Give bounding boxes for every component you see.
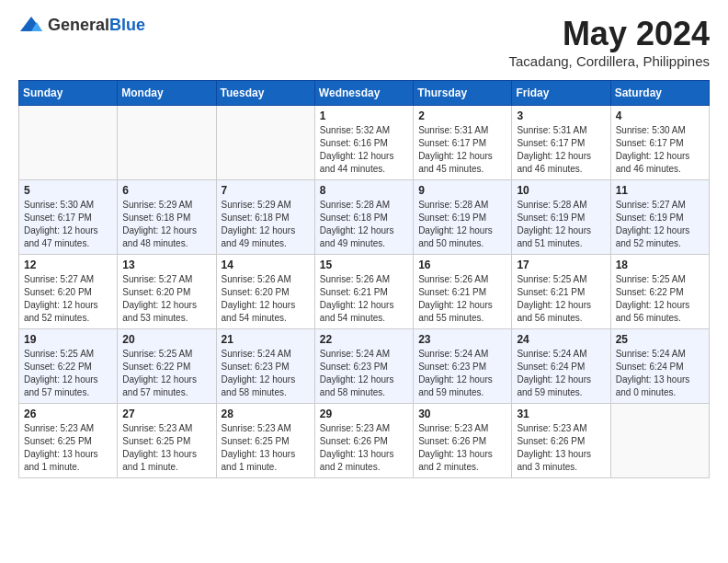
calendar-cell: 30Sunrise: 5:23 AM Sunset: 6:26 PM Dayli… (414, 404, 512, 478)
day-number: 2 (418, 109, 506, 122)
cell-content: Sunrise: 5:27 AM Sunset: 6:20 PM Dayligh… (122, 273, 210, 325)
day-number: 6 (122, 184, 210, 197)
calendar-cell: 3Sunrise: 5:31 AM Sunset: 6:17 PM Daylig… (512, 106, 610, 180)
week-row-5: 26Sunrise: 5:23 AM Sunset: 6:25 PM Dayli… (19, 404, 710, 478)
calendar-table: SundayMondayTuesdayWednesdayThursdayFrid… (18, 80, 710, 478)
calendar-cell: 26Sunrise: 5:23 AM Sunset: 6:25 PM Dayli… (19, 404, 118, 478)
day-number: 30 (418, 408, 506, 420)
calendar-cell: 8Sunrise: 5:28 AM Sunset: 6:18 PM Daylig… (314, 180, 413, 255)
calendar-cell (216, 106, 314, 180)
calendar-cell: 17Sunrise: 5:25 AM Sunset: 6:21 PM Dayli… (512, 255, 610, 329)
day-header-tuesday: Tuesday (216, 81, 314, 106)
day-number: 31 (517, 408, 605, 420)
day-number: 1 (320, 109, 408, 122)
calendar-cell: 23Sunrise: 5:24 AM Sunset: 6:23 PM Dayli… (414, 329, 512, 404)
day-number: 24 (517, 333, 605, 346)
day-header-wednesday: Wednesday (314, 81, 413, 106)
cell-content: Sunrise: 5:29 AM Sunset: 6:18 PM Dayligh… (122, 199, 210, 250)
day-number: 4 (616, 109, 704, 122)
calendar-cell: 10Sunrise: 5:28 AM Sunset: 6:19 PM Dayli… (512, 180, 610, 255)
calendar-cell: 22Sunrise: 5:24 AM Sunset: 6:23 PM Dayli… (314, 329, 413, 404)
calendar-cell: 14Sunrise: 5:26 AM Sunset: 6:20 PM Dayli… (216, 255, 314, 329)
cell-content: Sunrise: 5:27 AM Sunset: 6:20 PM Dayligh… (24, 273, 112, 325)
cell-content: Sunrise: 5:23 AM Sunset: 6:25 PM Dayligh… (122, 422, 210, 474)
week-row-1: 1Sunrise: 5:32 AM Sunset: 6:16 PM Daylig… (19, 106, 710, 180)
calendar-cell: 11Sunrise: 5:27 AM Sunset: 6:19 PM Dayli… (610, 180, 709, 255)
cell-content: Sunrise: 5:23 AM Sunset: 6:26 PM Dayligh… (517, 422, 605, 474)
cell-content: Sunrise: 5:24 AM Sunset: 6:24 PM Dayligh… (616, 348, 704, 399)
day-number: 25 (616, 333, 704, 346)
day-number: 9 (418, 184, 506, 197)
calendar-cell: 13Sunrise: 5:27 AM Sunset: 6:20 PM Dayli… (118, 255, 216, 329)
cell-content: Sunrise: 5:24 AM Sunset: 6:23 PM Dayligh… (418, 348, 506, 399)
cell-content: Sunrise: 5:31 AM Sunset: 6:17 PM Dayligh… (418, 124, 506, 176)
day-header-friday: Friday (512, 81, 610, 106)
calendar-cell: 15Sunrise: 5:26 AM Sunset: 6:21 PM Dayli… (314, 255, 413, 329)
day-number: 16 (418, 259, 506, 271)
day-header-monday: Monday (118, 81, 216, 106)
cell-content: Sunrise: 5:32 AM Sunset: 6:16 PM Dayligh… (320, 124, 408, 176)
calendar-cell: 5Sunrise: 5:30 AM Sunset: 6:17 PM Daylig… (19, 180, 118, 255)
cell-content: Sunrise: 5:30 AM Sunset: 6:17 PM Dayligh… (24, 199, 112, 250)
day-number: 10 (517, 184, 605, 197)
cell-content: Sunrise: 5:23 AM Sunset: 6:26 PM Dayligh… (320, 422, 408, 474)
week-row-4: 19Sunrise: 5:25 AM Sunset: 6:22 PM Dayli… (19, 329, 710, 404)
calendar-cell (610, 404, 709, 478)
calendar-cell: 24Sunrise: 5:24 AM Sunset: 6:24 PM Dayli… (512, 329, 610, 404)
main-title: May 2024 (509, 15, 710, 53)
day-number: 23 (418, 333, 506, 346)
logo: GeneralBlue (18, 15, 145, 35)
day-number: 20 (122, 333, 210, 346)
calendar-cell: 12Sunrise: 5:27 AM Sunset: 6:20 PM Dayli… (19, 255, 118, 329)
cell-content: Sunrise: 5:27 AM Sunset: 6:19 PM Dayligh… (616, 199, 704, 250)
logo-icon (18, 15, 44, 35)
cell-content: Sunrise: 5:26 AM Sunset: 6:21 PM Dayligh… (418, 273, 506, 325)
calendar-cell (118, 106, 216, 180)
cell-content: Sunrise: 5:28 AM Sunset: 6:19 PM Dayligh… (418, 199, 506, 250)
calendar-cell: 27Sunrise: 5:23 AM Sunset: 6:25 PM Dayli… (118, 404, 216, 478)
cell-content: Sunrise: 5:24 AM Sunset: 6:24 PM Dayligh… (517, 348, 605, 399)
title-block: May 2024 Tacadang, Cordillera, Philippin… (509, 15, 710, 69)
day-number: 5 (24, 184, 112, 197)
calendar-cell: 6Sunrise: 5:29 AM Sunset: 6:18 PM Daylig… (118, 180, 216, 255)
cell-content: Sunrise: 5:25 AM Sunset: 6:22 PM Dayligh… (24, 348, 112, 399)
day-number: 19 (24, 333, 112, 346)
calendar-cell: 31Sunrise: 5:23 AM Sunset: 6:26 PM Dayli… (512, 404, 610, 478)
cell-content: Sunrise: 5:30 AM Sunset: 6:17 PM Dayligh… (616, 124, 704, 176)
calendar-cell: 1Sunrise: 5:32 AM Sunset: 6:16 PM Daylig… (314, 106, 413, 180)
calendar-cell: 25Sunrise: 5:24 AM Sunset: 6:24 PM Dayli… (610, 329, 709, 404)
calendar-cell: 21Sunrise: 5:24 AM Sunset: 6:23 PM Dayli… (216, 329, 314, 404)
cell-content: Sunrise: 5:26 AM Sunset: 6:21 PM Dayligh… (320, 273, 408, 325)
day-number: 26 (24, 408, 112, 420)
day-number: 18 (616, 259, 704, 271)
calendar-cell: 18Sunrise: 5:25 AM Sunset: 6:22 PM Dayli… (610, 255, 709, 329)
cell-content: Sunrise: 5:28 AM Sunset: 6:19 PM Dayligh… (517, 199, 605, 250)
calendar-cell (19, 106, 118, 180)
week-row-2: 5Sunrise: 5:30 AM Sunset: 6:17 PM Daylig… (19, 180, 710, 255)
cell-content: Sunrise: 5:25 AM Sunset: 6:22 PM Dayligh… (122, 348, 210, 399)
day-number: 29 (320, 408, 408, 420)
day-number: 22 (320, 333, 408, 346)
day-header-saturday: Saturday (610, 81, 709, 106)
day-number: 15 (320, 259, 408, 271)
cell-content: Sunrise: 5:25 AM Sunset: 6:21 PM Dayligh… (517, 273, 605, 325)
cell-content: Sunrise: 5:28 AM Sunset: 6:18 PM Dayligh… (320, 199, 408, 250)
cell-content: Sunrise: 5:29 AM Sunset: 6:18 PM Dayligh… (222, 199, 310, 250)
header-row: SundayMondayTuesdayWednesdayThursdayFrid… (19, 81, 710, 106)
calendar-cell: 20Sunrise: 5:25 AM Sunset: 6:22 PM Dayli… (118, 329, 216, 404)
cell-content: Sunrise: 5:26 AM Sunset: 6:20 PM Dayligh… (222, 273, 310, 325)
day-number: 3 (517, 109, 605, 122)
day-number: 13 (122, 259, 210, 271)
logo-general-text: General (48, 16, 109, 34)
calendar-cell: 19Sunrise: 5:25 AM Sunset: 6:22 PM Dayli… (19, 329, 118, 404)
calendar-cell: 29Sunrise: 5:23 AM Sunset: 6:26 PM Dayli… (314, 404, 413, 478)
cell-content: Sunrise: 5:23 AM Sunset: 6:26 PM Dayligh… (418, 422, 506, 474)
calendar-cell: 7Sunrise: 5:29 AM Sunset: 6:18 PM Daylig… (216, 180, 314, 255)
calendar-cell: 9Sunrise: 5:28 AM Sunset: 6:19 PM Daylig… (414, 180, 512, 255)
subtitle: Tacadang, Cordillera, Philippines (509, 53, 710, 69)
cell-content: Sunrise: 5:24 AM Sunset: 6:23 PM Dayligh… (222, 348, 310, 399)
day-header-sunday: Sunday (19, 81, 118, 106)
logo-blue-text: Blue (109, 16, 145, 34)
day-number: 28 (222, 408, 310, 420)
cell-content: Sunrise: 5:31 AM Sunset: 6:17 PM Dayligh… (517, 124, 605, 176)
